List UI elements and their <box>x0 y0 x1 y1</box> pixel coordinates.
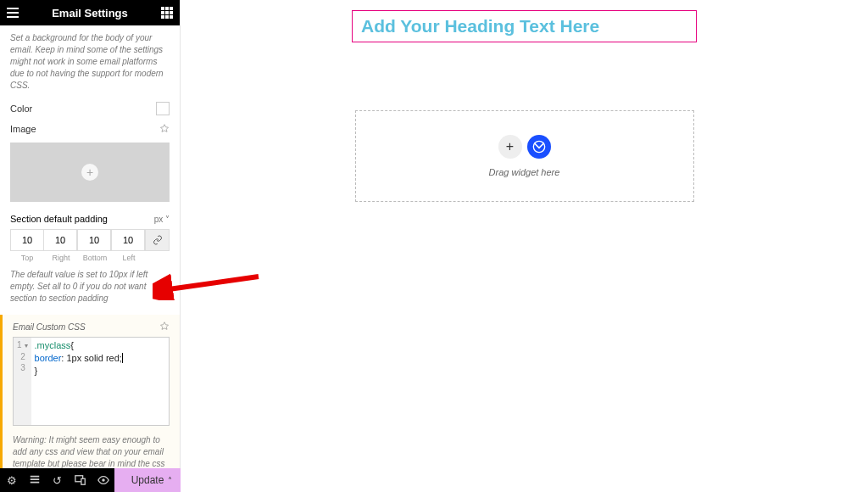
css-code-editor[interactable]: 1▾ 2 3 .myclass{ border: 1px solid red; … <box>13 337 170 426</box>
bottom-toolbar: ⚙ ↺ Update ˄ <box>0 468 181 492</box>
line-gutter: 1▾ 2 3 <box>14 338 31 425</box>
padding-inputs <box>10 229 170 251</box>
history-icon[interactable]: ↺ <box>46 468 69 492</box>
sidebar-header: Email Settings <box>0 0 180 25</box>
update-button[interactable]: Update ˄ <box>114 468 181 492</box>
navigator-icon[interactable] <box>23 468 46 492</box>
heading-widget[interactable]: Add Your Heading Text Here <box>352 10 697 42</box>
chevron-up-icon: ˄ <box>168 476 172 485</box>
apps-icon[interactable] <box>161 7 173 19</box>
custom-css-section: Email Custom CSS 1▾ 2 3 .myclass{ border… <box>0 315 180 492</box>
sidebar-body: Set a background for the body of your em… <box>0 25 180 492</box>
image-dropzone[interactable]: + <box>10 143 170 202</box>
dropzone-actions: + <box>498 135 551 159</box>
padding-left-input[interactable] <box>111 229 145 251</box>
padding-help-text: The default value is set to 10px if left… <box>10 269 170 305</box>
css-header: Email Custom CSS <box>13 321 170 332</box>
settings-sidebar: Email Settings Set a background for the … <box>0 0 181 492</box>
svg-point-3 <box>533 141 544 152</box>
color-picker[interactable] <box>156 102 170 115</box>
padding-label: Section default padding <box>10 214 108 224</box>
image-field-header: Image <box>10 124 170 134</box>
svg-rect-1 <box>81 478 84 484</box>
drag-hint-text: Drag widget here <box>489 167 560 177</box>
background-help-text: Set a background for the body of your em… <box>10 32 170 92</box>
padding-sublabels: Top Right Bottom Left <box>10 254 170 262</box>
padding-right-input[interactable] <box>43 229 77 251</box>
preview-icon[interactable] <box>92 468 114 492</box>
dynamic-icon[interactable] <box>159 124 170 134</box>
code-content: .myclass{ border: 1px solid red; } <box>31 338 169 425</box>
color-label: Color <box>10 103 32 114</box>
padding-bottom-input[interactable] <box>77 229 111 251</box>
widget-dropzone[interactable]: + Drag widget here <box>355 110 694 202</box>
heading-text: Add Your Heading Text Here <box>361 16 687 36</box>
image-label: Image <box>10 124 36 134</box>
settings-icon[interactable]: ⚙ <box>0 468 23 492</box>
unit-selector[interactable]: px ˅ <box>154 215 170 224</box>
plus-icon: + <box>81 164 98 181</box>
bottom-icon-group: ⚙ ↺ <box>0 468 114 492</box>
add-widget-button[interactable]: + <box>498 135 522 159</box>
sidebar-title: Email Settings <box>19 7 161 20</box>
color-field: Color <box>10 102 170 115</box>
dynamic-icon[interactable] <box>159 321 170 332</box>
padding-top-input[interactable] <box>10 229 44 251</box>
brand-widget-button[interactable] <box>527 135 551 159</box>
link-values-button[interactable] <box>145 229 170 251</box>
menu-icon[interactable] <box>7 7 19 19</box>
svg-point-2 <box>102 478 105 482</box>
editor-canvas: Add Your Heading Text Here + Drag widget… <box>181 0 868 492</box>
responsive-icon[interactable] <box>69 468 92 492</box>
padding-header: Section default padding px ˅ <box>10 214 170 224</box>
css-label: Email Custom CSS <box>13 322 86 332</box>
